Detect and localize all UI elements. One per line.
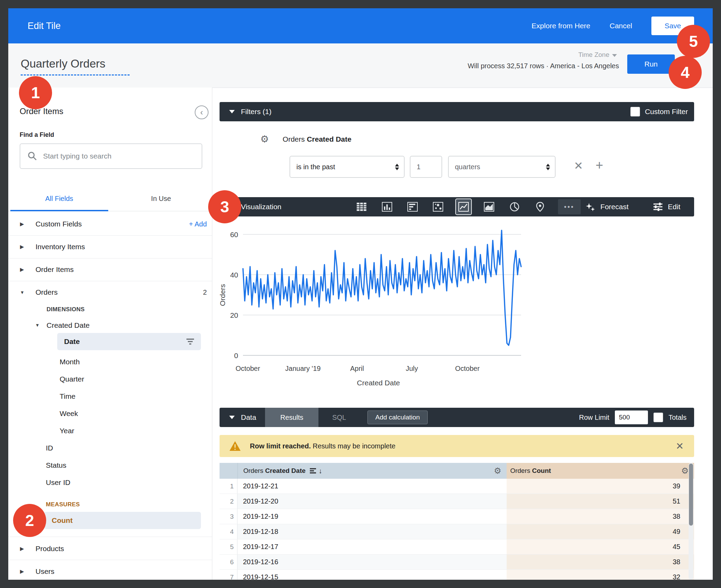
sidebar-item-users[interactable]: ▶ Users: [8, 560, 212, 580]
sidebar-item-time[interactable]: Time: [60, 392, 75, 401]
forecast-button[interactable]: Forecast: [585, 202, 629, 212]
gear-icon[interactable]: ⚙: [494, 466, 501, 476]
run-button[interactable]: Run: [627, 54, 675, 74]
pie-chart-icon[interactable]: [507, 199, 522, 214]
caret-down-icon: ▼: [35, 323, 40, 328]
sidebar-item-orders[interactable]: ▼ Orders 2: [8, 281, 212, 304]
line-chart-icon-selected[interactable]: [456, 199, 471, 214]
cell-created-date[interactable]: 2019-12-17: [237, 539, 507, 554]
sidebar-tabs: All Fields In Use: [8, 186, 212, 211]
row-number: 2: [220, 494, 237, 509]
table-scrollbar[interactable]: [689, 463, 693, 580]
more-options-icon[interactable]: •••: [558, 199, 581, 214]
column-header-count[interactable]: Orders Count ⚙: [507, 463, 694, 479]
row-number: 1: [220, 479, 237, 494]
field-search-input[interactable]: Start typing to search: [20, 143, 202, 169]
svg-text:60: 60: [230, 231, 238, 239]
sidebar-item-year[interactable]: Year: [60, 427, 74, 435]
explore-from-here-button[interactable]: Explore from Here: [531, 22, 590, 30]
process-note: Will process 32,517 rows · America - Los…: [468, 62, 619, 70]
tab-sql[interactable]: SQL: [332, 414, 346, 422]
collapse-sidebar-button[interactable]: ‹: [195, 105, 209, 119]
sidebar-item-week[interactable]: Week: [60, 409, 78, 418]
cell-count[interactable]: 49: [507, 524, 694, 539]
custom-filter-toggle[interactable]: Custom Filter: [630, 107, 688, 116]
sidebar-item-count-selected[interactable]: Count: [44, 512, 201, 529]
sidebar-item-created-date[interactable]: Created Date: [47, 321, 90, 330]
add-custom-field-button[interactable]: + Add: [189, 220, 207, 228]
add-filter-icon[interactable]: +: [596, 158, 603, 173]
totals-checkbox[interactable]: [653, 413, 663, 422]
tab-results-selected[interactable]: Results: [265, 408, 318, 427]
sidebar-item-id[interactable]: ID: [46, 444, 53, 452]
cell-count[interactable]: 38: [507, 555, 694, 569]
table-row[interactable]: 32019-12-1938: [220, 509, 694, 524]
visualization-bar-label: Visualization: [241, 203, 282, 211]
custom-filter-checkbox[interactable]: [630, 107, 640, 116]
table-chart-icon[interactable]: [354, 199, 369, 214]
filters-bar[interactable]: Filters (1) Custom Filter: [220, 102, 694, 121]
table-row[interactable]: 22019-12-2051: [220, 494, 694, 509]
map-pin-icon[interactable]: [532, 199, 548, 214]
cell-created-date[interactable]: 2019-12-21: [237, 479, 507, 494]
scrollbar-thumb[interactable]: [689, 464, 693, 526]
filter-icon[interactable]: [186, 338, 195, 345]
table-row[interactable]: 12019-12-2139: [220, 479, 694, 494]
filter-unit-value: quarters: [455, 163, 480, 171]
sidebar-item-order-items[interactable]: ▶ Order Items: [8, 258, 212, 281]
edit-viz-button[interactable]: Edit: [653, 202, 680, 212]
tab-in-use[interactable]: In Use: [110, 186, 212, 211]
table-row[interactable]: 42019-12-1849: [220, 524, 694, 539]
table-body: 12019-12-213922019-12-205132019-12-19384…: [220, 479, 694, 580]
scatter-chart-icon[interactable]: [430, 199, 446, 214]
dimensions-section-label: DIMENSIONS: [47, 306, 85, 313]
filter-operator-value: is in the past: [296, 163, 335, 171]
row-limit-input[interactable]: [615, 410, 648, 424]
cancel-button[interactable]: Cancel: [610, 22, 632, 30]
cell-count[interactable]: 32: [507, 570, 694, 580]
sidebar-item-date-selected[interactable]: Date: [57, 333, 201, 350]
cell-created-date[interactable]: 2019-12-20: [237, 494, 507, 509]
table-row[interactable]: 52019-12-1745: [220, 539, 694, 555]
cell-count[interactable]: 38: [507, 509, 694, 524]
bar-chart-icon[interactable]: [405, 199, 420, 214]
sidebar-item-month[interactable]: Month: [60, 358, 80, 366]
select-arrows-icon: [395, 164, 399, 170]
cell-created-date[interactable]: 2019-12-15: [237, 570, 507, 580]
chart-panel[interactable]: 60 40 20 0 Orders October January '19 Ap…: [220, 216, 694, 408]
data-bar[interactable]: Data Results SQL Add calculation Row Lim…: [220, 408, 694, 427]
visualization-bar[interactable]: Visualization: [220, 197, 694, 216]
table-row[interactable]: 62019-12-1638: [220, 555, 694, 570]
cell-count[interactable]: 45: [507, 539, 694, 554]
sidebar-item-products[interactable]: ▶ Products: [8, 537, 212, 560]
gear-icon[interactable]: ⚙: [681, 466, 689, 476]
edit-tile-window: Edit Tile Explore from Here Cancel Save …: [8, 8, 713, 580]
gear-icon[interactable]: ⚙: [260, 134, 269, 144]
sidebar-item-status[interactable]: Status: [46, 461, 67, 469]
cell-created-date[interactable]: 2019-12-16: [237, 555, 507, 569]
viz-actions: Forecast Edit: [585, 202, 680, 212]
add-calculation-button[interactable]: Add calculation: [367, 410, 428, 424]
page-title[interactable]: Quarterly Orders: [21, 57, 130, 75]
row-number: 6: [220, 555, 237, 569]
sidebar-item-quarter[interactable]: Quarter: [60, 375, 84, 383]
filter-unit-select[interactable]: quarters: [448, 156, 556, 178]
cell-created-date[interactable]: 2019-12-19: [237, 509, 507, 524]
dismiss-warning-icon[interactable]: ✕: [676, 440, 684, 452]
cell-count[interactable]: 39: [507, 479, 694, 494]
tab-all-fields[interactable]: All Fields: [8, 186, 110, 211]
filter-operator-select[interactable]: is in the past: [290, 156, 405, 178]
cell-created-date[interactable]: 2019-12-18: [237, 524, 507, 539]
remove-filter-icon[interactable]: ✕: [574, 159, 583, 172]
sidebar-item-custom-fields[interactable]: ▶ Custom Fields + Add: [8, 213, 212, 235]
table-row[interactable]: 72019-12-1532: [220, 570, 694, 580]
filter-value-input[interactable]: 1: [410, 156, 442, 178]
sidebar-item-user-id[interactable]: User ID: [46, 478, 70, 487]
cell-count[interactable]: 51: [507, 494, 694, 509]
timezone-dropdown[interactable]: Time Zone: [578, 51, 617, 59]
area-chart-icon[interactable]: [481, 199, 497, 214]
sidebar-item-inventory-items[interactable]: ▶ Inventory Items: [8, 235, 212, 258]
column-header-created-date[interactable]: Orders Created Date ↓ ⚙: [238, 463, 507, 479]
column-chart-icon[interactable]: [379, 199, 395, 214]
row-number-header: [220, 463, 238, 479]
